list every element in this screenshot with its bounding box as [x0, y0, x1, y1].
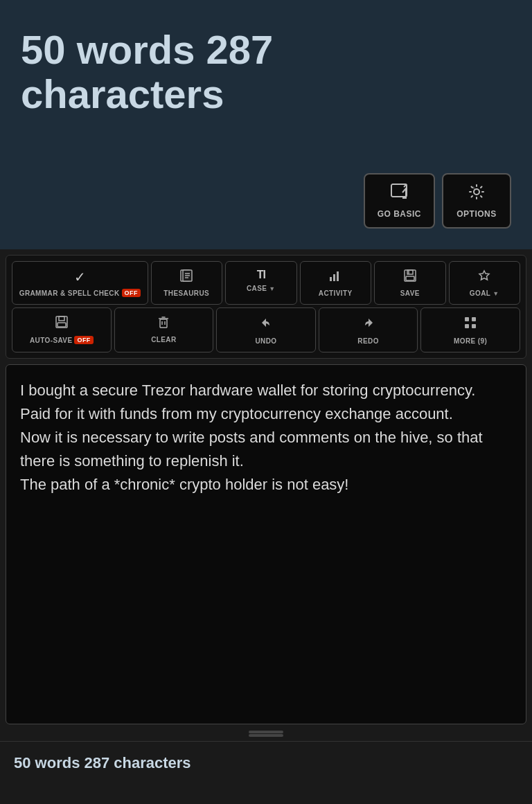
header-section: 50 words 287 characters GO BASIC	[0, 0, 532, 249]
autosave-label: AUTO-SAVE OFF	[30, 336, 94, 344]
clear-button[interactable]: CLEAR	[114, 307, 214, 352]
more-label: MORE (9)	[454, 337, 487, 345]
svg-rect-7	[330, 277, 332, 281]
drag-lines-icon	[249, 734, 283, 737]
redo-label: REDO	[357, 337, 379, 345]
editor-section[interactable]: I bought a secure Trezor hardware wallet…	[6, 364, 526, 724]
goal-button[interactable]: GOAL ▼	[449, 261, 521, 305]
svg-rect-17	[160, 319, 167, 328]
save-button[interactable]: SAVE	[374, 261, 446, 305]
options-label: OPTIONS	[456, 209, 497, 219]
case-label: CASE ▼	[247, 285, 276, 292]
thesaurus-icon	[179, 269, 193, 286]
case-icon: TI	[257, 269, 265, 281]
svg-rect-24	[472, 324, 476, 328]
redo-button[interactable]: REDO	[319, 307, 418, 352]
drag-handle[interactable]	[0, 730, 532, 741]
svg-rect-16	[57, 323, 66, 327]
save-label: SAVE	[400, 289, 420, 297]
editor-content: I bought a secure Trezor hardware wallet…	[20, 379, 512, 497]
case-button[interactable]: TI CASE ▼	[225, 261, 297, 305]
options-icon	[468, 183, 486, 205]
svg-rect-11	[407, 270, 413, 274]
footer-section: 50 words 287 characters	[0, 741, 532, 785]
save-icon	[403, 269, 417, 286]
svg-rect-23	[465, 324, 469, 328]
go-basic-label: GO BASIC	[378, 209, 421, 219]
undo-label: UNDO	[255, 337, 276, 345]
thesaurus-label: THESAURUS	[163, 289, 209, 297]
activity-icon	[328, 269, 342, 286]
goal-label: GOAL ▼	[470, 289, 499, 297]
svg-rect-8	[333, 274, 335, 281]
thesaurus-button[interactable]: THESAURUS	[151, 261, 223, 305]
autosave-off-badge: OFF	[74, 336, 93, 344]
svg-point-1	[474, 189, 479, 195]
more-button[interactable]: MORE (9)	[420, 307, 520, 352]
clear-label: CLEAR	[151, 336, 176, 343]
undo-button[interactable]: UNDO	[216, 307, 316, 352]
activity-button[interactable]: ACTIVITY	[300, 261, 372, 305]
go-basic-button[interactable]: GO BASIC	[364, 173, 435, 229]
header-buttons: GO BASIC OPTIONS	[21, 173, 511, 229]
toolbar-row-1: ✓ GRAMMAR & SPELL CHECK OFF THESAURUS TI…	[12, 261, 520, 305]
grammar-spell-check-button[interactable]: ✓ GRAMMAR & SPELL CHECK OFF	[12, 261, 148, 305]
grammar-check-label: GRAMMAR & SPELL CHECK OFF	[19, 289, 141, 297]
footer-word-count: 50 words 287 characters	[14, 754, 518, 772]
word-count-title: 50 words 287 characters	[21, 28, 511, 116]
more-icon	[463, 315, 478, 334]
svg-rect-9	[337, 271, 339, 281]
redo-icon	[361, 315, 376, 334]
grammar-off-badge: OFF	[122, 289, 141, 297]
toolbar-row-2: AUTO-SAVE OFF CLEAR UNDO	[12, 307, 520, 352]
clear-icon	[157, 315, 170, 332]
grammar-check-icon: ✓	[74, 269, 86, 285]
undo-icon	[258, 315, 274, 334]
svg-rect-22	[472, 317, 476, 321]
go-basic-icon	[390, 183, 408, 205]
svg-rect-12	[406, 276, 414, 280]
activity-label: ACTIVITY	[319, 289, 353, 297]
goal-icon	[477, 269, 491, 286]
svg-rect-21	[465, 317, 469, 321]
autosave-button[interactable]: AUTO-SAVE OFF	[12, 307, 112, 352]
autosave-icon	[55, 315, 69, 332]
options-button[interactable]: OPTIONS	[442, 173, 511, 229]
svg-rect-15	[59, 316, 64, 321]
toolbar-section: ✓ GRAMMAR & SPELL CHECK OFF THESAURUS TI…	[6, 255, 526, 359]
